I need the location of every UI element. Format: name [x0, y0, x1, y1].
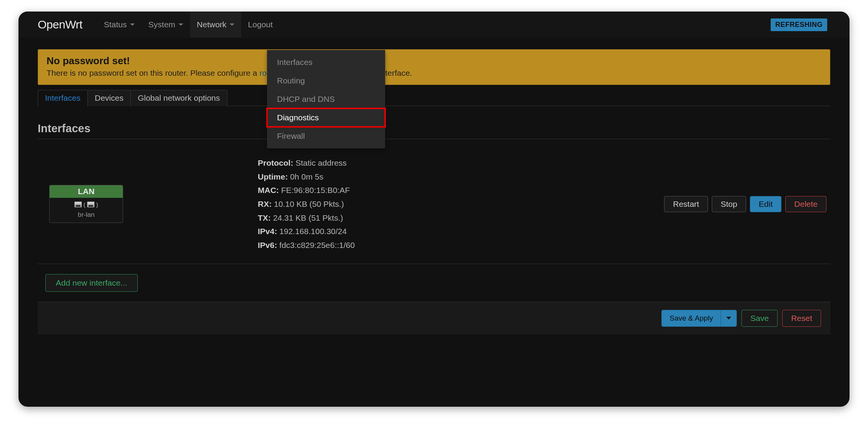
interface-badge-body: ( ) br-lan — [50, 198, 123, 223]
delete-button[interactable]: Delete — [785, 196, 826, 212]
menu-item-dhcp-dns[interactable]: DHCP and DNS — [267, 90, 385, 108]
alert-text-before: There is no password set on this router.… — [47, 68, 259, 77]
save-apply-button[interactable]: Save & Apply — [662, 310, 721, 326]
paren-open: ( — [83, 201, 85, 208]
interface-actions: Restart Stop Edit Delete — [664, 196, 826, 212]
tx-label: TX: — [258, 213, 271, 222]
menu-item-interfaces[interactable]: Interfaces — [267, 53, 385, 72]
protocol-label: Protocol: — [258, 158, 293, 167]
protocol-value: Static address — [295, 158, 347, 167]
nav-status[interactable]: Status — [97, 12, 142, 38]
nav-network-label: Network — [197, 20, 227, 29]
paren-close: ) — [96, 201, 98, 208]
chevron-down-icon — [130, 23, 135, 26]
content-area: No password set! There is no password se… — [18, 38, 850, 334]
chevron-down-icon — [179, 23, 183, 26]
ethernet-icon — [74, 201, 82, 208]
page-title: Interfaces — [38, 122, 830, 139]
network-dropdown: Interfaces Routing DHCP and DNS Diagnost… — [267, 50, 385, 148]
edit-button[interactable]: Edit — [750, 196, 781, 212]
reset-button[interactable]: Reset — [782, 310, 821, 327]
mac-label: MAC: — [258, 186, 279, 195]
menu-item-routing[interactable]: Routing — [267, 72, 385, 90]
brand: OpenWrt — [38, 18, 82, 31]
ethernet-icon — [87, 201, 95, 208]
uptime-label: Uptime: — [258, 172, 288, 181]
top-navbar: OpenWrt Status System Network Logout REF… — [18, 12, 850, 38]
brand-text: OpenWrt — [38, 18, 82, 31]
alert-text: There is no password set on this router.… — [47, 68, 821, 78]
app-window: OpenWrt Status System Network Logout REF… — [18, 12, 850, 407]
tab-devices[interactable]: Devices — [87, 90, 131, 106]
ipv4-label: IPv4: — [258, 227, 277, 236]
save-apply-dropdown-button[interactable] — [721, 310, 736, 326]
tab-interfaces[interactable]: Interfaces — [38, 90, 88, 106]
nav-network[interactable]: Network — [190, 12, 241, 38]
nav-system-label: System — [149, 20, 175, 29]
rx-value: 10.10 KB (50 Pkts.) — [274, 200, 344, 208]
subnav-tabs: Interfaces Devices Global network option… — [38, 90, 830, 106]
add-new-interface-button[interactable]: Add new interface... — [45, 274, 138, 292]
chevron-down-icon — [230, 23, 234, 26]
add-interface-section: Add new interface... — [38, 264, 830, 302]
menu-item-firewall[interactable]: Firewall — [267, 127, 385, 145]
interface-device-icons: ( ) — [74, 201, 98, 208]
menu-item-diagnostics[interactable]: Diagnostics — [267, 108, 385, 127]
mac-value: FE:96:80:15:B0:AF — [281, 186, 350, 195]
footer-actions: Save & Apply Save Reset — [38, 302, 830, 334]
ipv6-label: IPv6: — [258, 241, 277, 249]
alert-title: No password set! — [47, 55, 821, 67]
nav-logout[interactable]: Logout — [241, 12, 280, 38]
interface-zone-label: LAN — [50, 185, 123, 198]
nav-status-label: Status — [104, 20, 127, 29]
stop-button[interactable]: Stop — [712, 196, 746, 212]
nav-logout-label: Logout — [248, 20, 273, 29]
save-button[interactable]: Save — [741, 310, 778, 327]
refreshing-indicator: REFRESHING — [771, 18, 827, 31]
interface-device-name: br-lan — [50, 211, 123, 219]
ipv6-value: fdc3:c829:25e6::1/60 — [279, 241, 355, 249]
restart-button[interactable]: Restart — [664, 196, 708, 212]
interface-badge: LAN ( ) br-lan — [49, 185, 123, 223]
uptime-value: 0h 0m 5s — [290, 172, 323, 181]
nav-system[interactable]: System — [142, 12, 190, 38]
ipv4-value: 192.168.100.30/24 — [279, 227, 347, 236]
no-password-alert: No password set! There is no password se… — [38, 49, 830, 85]
interface-details: Protocol: Static address Uptime: 0h 0m 5… — [258, 156, 664, 252]
interface-row-lan: LAN ( ) br-lan Protocol: Static address … — [38, 145, 830, 264]
save-apply-split-button: Save & Apply — [661, 310, 737, 327]
tx-value: 24.31 KB (51 Pkts.) — [273, 213, 343, 222]
rx-label: RX: — [258, 200, 272, 208]
chevron-down-icon — [726, 317, 731, 319]
tab-global-network-options[interactable]: Global network options — [130, 90, 227, 106]
